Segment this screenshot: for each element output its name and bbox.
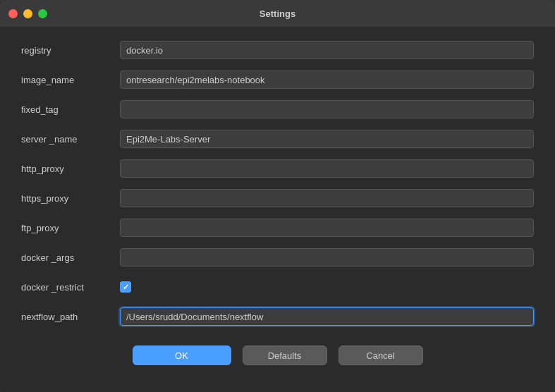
form-row-registry: registry (21, 38, 534, 62)
traffic-lights (8, 9, 47, 18)
input-https_proxy[interactable] (120, 189, 534, 207)
label-fixed_tag: fixed_tag (21, 104, 120, 115)
input-server_name[interactable] (120, 130, 534, 148)
label-image_name: image_name (21, 75, 120, 85)
settings-window: Settings registryimage_namefixed_tagserv… (0, 0, 555, 392)
form-row-image_name: image_name (21, 68, 534, 92)
input-http_proxy[interactable] (120, 159, 534, 178)
form-row-https_proxy: https_proxy (21, 186, 534, 210)
label-ftp_proxy: ftp_proxy (21, 223, 120, 233)
defaults-button[interactable]: Defaults (243, 345, 327, 365)
input-nextflow_path[interactable] (120, 307, 534, 326)
button-row: OKDefaultsCancel (21, 345, 534, 372)
label-http_proxy: http_proxy (21, 164, 120, 174)
label-docker_args: docker _args (21, 252, 120, 263)
input-ftp_proxy[interactable] (120, 219, 534, 237)
checkbox-container-docker_restrict (120, 281, 131, 293)
label-server_name: server _name (21, 134, 120, 145)
form-row-docker_restrict: docker _restrict (21, 275, 534, 299)
form-row-nextflow_path: nextflow_path (21, 305, 534, 329)
checkbox-docker_restrict[interactable] (120, 281, 131, 293)
label-https_proxy: https_proxy (21, 193, 120, 204)
form-row-server_name: server _name (21, 127, 534, 151)
maximize-button[interactable] (38, 9, 47, 18)
minimize-button[interactable] (23, 9, 32, 18)
form-row-docker_args: docker _args (21, 245, 534, 269)
ok-button[interactable]: OK (133, 345, 231, 365)
close-button[interactable] (8, 9, 18, 18)
form-row-ftp_proxy: ftp_proxy (21, 216, 534, 240)
label-registry: registry (21, 45, 120, 56)
title-bar: Settings (0, 0, 555, 27)
form-content: registryimage_namefixed_tagserver _nameh… (0, 27, 555, 392)
input-registry[interactable] (120, 41, 534, 59)
cancel-button[interactable]: Cancel (339, 345, 423, 365)
label-docker_restrict: docker _restrict (21, 282, 120, 293)
form-row-http_proxy: http_proxy (21, 157, 534, 180)
input-fixed_tag[interactable] (120, 100, 534, 118)
input-docker_args[interactable] (120, 248, 534, 267)
label-nextflow_path: nextflow_path (21, 312, 120, 322)
window-title: Settings (260, 8, 295, 19)
input-image_name[interactable] (120, 71, 534, 89)
form-row-fixed_tag: fixed_tag (21, 97, 534, 121)
